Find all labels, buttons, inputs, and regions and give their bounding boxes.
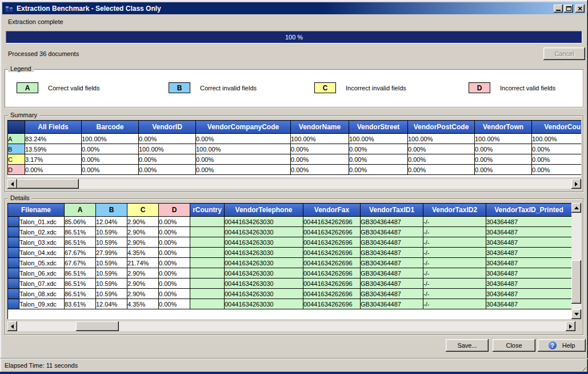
details-cell: 00441634262696: [303, 289, 361, 299]
titlebar[interactable]: Extraction Benchmark - Selected Class On…: [2, 2, 586, 14]
details-cell: 00441634262696: [303, 227, 361, 237]
details-cell: 86.51%: [65, 268, 96, 278]
row-selector[interactable]: [8, 227, 19, 237]
details-cell: 0.00%: [159, 289, 190, 299]
details-column-header[interactable]: VendorTaxID_Printed: [486, 204, 572, 217]
details-cell: 304364487: [486, 237, 572, 248]
summary-scroll-left-button[interactable]: [7, 179, 17, 189]
arrow-right-icon: [575, 182, 578, 186]
details-hscrollbar[interactable]: [7, 321, 575, 331]
summary-hscrollbar[interactable]: [7, 179, 581, 189]
legend-key-A: A: [17, 82, 38, 93]
row-selector[interactable]: [8, 258, 19, 268]
close-button[interactable]: ✕: [575, 5, 585, 13]
details-vscrollbar[interactable]: [571, 203, 581, 319]
filename-cell: Talon_04.xdc: [19, 248, 65, 258]
details-cell: 85.06%: [65, 217, 96, 227]
close-icon: ✕: [577, 6, 582, 11]
summary-column-header[interactable]: VendorCompanyCode: [196, 121, 291, 134]
close-dialog-button[interactable]: Close: [493, 339, 535, 352]
background-strip: [0, 372, 588, 374]
summary-row: A83.24%100.00%0.00%0.00%100.00%100.00%10…: [8, 134, 582, 144]
details-cell: 86.51%: [65, 278, 96, 289]
details-cell: GB304364487: [361, 268, 423, 278]
summary-corner-header[interactable]: [8, 121, 25, 134]
save-button[interactable]: Save...: [446, 339, 489, 352]
row-selector[interactable]: [8, 289, 19, 299]
summary-column-header[interactable]: VendorCountry: [532, 121, 582, 134]
summary-cell: 0.00%: [532, 144, 582, 154]
summary-column-header[interactable]: VendorTown: [475, 121, 532, 134]
help-button[interactable]: ? Help: [538, 339, 586, 352]
details-column-header[interactable]: VendorTelephone: [225, 204, 303, 217]
details-row: Talon_03.xdc86.51%10.59%2.90%0.00%004416…: [8, 237, 572, 248]
summary-hscroll-thumb[interactable]: [17, 179, 79, 189]
details-grid: FilenameABCDrCountryVendorTelephoneVendo…: [7, 203, 571, 319]
details-vscroll-thumb[interactable]: [571, 260, 581, 304]
summary-cell: 100.00%: [196, 144, 291, 154]
details-column-header[interactable]: B: [96, 204, 127, 217]
details-cell: 12.04%: [96, 217, 127, 227]
details-cell: GB304364487: [361, 258, 423, 268]
statusbar-separator: [0, 358, 588, 359]
summary-column-header[interactable]: VendorName: [291, 121, 349, 134]
legend-label: Correct invalid fields: [200, 85, 257, 91]
minimize-icon: [556, 10, 561, 11]
row-selector[interactable]: [8, 237, 19, 248]
resize-grip-icon[interactable]: [579, 364, 586, 371]
summary-column-header[interactable]: Barcode: [82, 121, 139, 134]
summary-cell: 0.00%: [408, 165, 475, 175]
summary-cell: 0.00%: [291, 144, 349, 154]
row-selector[interactable]: [8, 278, 19, 289]
details-cell: 304364487: [486, 258, 572, 268]
details-cell: GB304364487: [361, 289, 423, 299]
window-title: Extraction Benchmark - Selected Class On…: [17, 5, 553, 13]
close-button-label: Close: [506, 342, 522, 349]
summary-column-header[interactable]: VendorStreet: [349, 121, 408, 134]
details-cell: 67.67%: [65, 248, 96, 258]
cancel-button[interactable]: Cancel: [543, 47, 585, 60]
details-scroll-right-button[interactable]: [566, 321, 575, 331]
details-column-header[interactable]: VendorFax: [303, 204, 361, 217]
details-column-header[interactable]: rCountry: [190, 204, 225, 217]
details-column-header[interactable]: Filename: [8, 204, 65, 217]
details-cell: [190, 278, 225, 289]
row-selector[interactable]: [8, 268, 19, 278]
details-column-header[interactable]: A: [65, 204, 96, 217]
summary-cell: 100.00%: [532, 134, 582, 144]
details-column-header[interactable]: C: [127, 204, 159, 217]
details-cell: 86.51%: [65, 227, 96, 237]
details-cell: 0.00%: [159, 278, 190, 289]
summary-scroll-right-button[interactable]: [571, 179, 581, 189]
details-cell: -/-: [423, 237, 486, 248]
details-group-title: Details: [8, 194, 32, 201]
filename-cell: Talon_01.xdc: [19, 217, 65, 227]
details-scroll-up-button[interactable]: [571, 203, 581, 213]
summary-column-header[interactable]: All Fields: [25, 121, 82, 134]
summary-cell: 0.00%: [532, 165, 582, 175]
minimize-button[interactable]: [554, 5, 563, 13]
summary-column-header[interactable]: VendorID: [139, 121, 196, 134]
details-cell: 00441634262696: [303, 237, 361, 248]
row-selector[interactable]: [8, 299, 19, 309]
details-hscroll-thumb[interactable]: [76, 321, 119, 331]
details-scroll-down-button[interactable]: [571, 309, 581, 319]
row-selector[interactable]: [8, 248, 19, 258]
details-cell: 10.59%: [96, 237, 127, 248]
details-column-header[interactable]: D: [159, 204, 190, 217]
summary-column-header[interactable]: VendorPostCode: [408, 121, 475, 134]
summary-cell: 100.00%: [291, 134, 349, 144]
summary-cell: 0.00%: [349, 154, 408, 165]
details-scroll-left-button[interactable]: [7, 321, 17, 331]
summary-cell: 0.00%: [82, 154, 139, 165]
summary-cell: 0.00%: [82, 165, 139, 175]
row-selector[interactable]: [8, 217, 19, 227]
summary-cell: 0.00%: [532, 154, 582, 165]
details-column-header[interactable]: VendorTaxID2: [423, 204, 486, 217]
details-cell: 67.67%: [65, 258, 96, 268]
maximize-button[interactable]: [564, 5, 573, 13]
summary-cell: 0.00%: [349, 165, 408, 175]
details-row: Talon_04.xdc67.67%27.99%4.35%0.00%004416…: [8, 248, 572, 258]
details-cell: 00441634263030: [225, 217, 303, 227]
details-column-header[interactable]: VendorTaxID1: [361, 204, 423, 217]
